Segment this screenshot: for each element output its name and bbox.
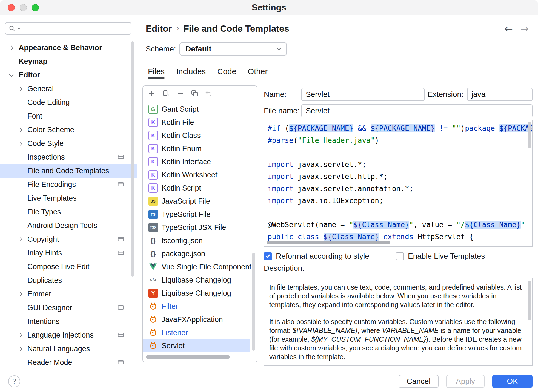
tab-code[interactable]: Code [217,65,236,78]
template-item-kotlin-class[interactable]: KKotlin Class [143,129,257,142]
zoom-button[interactable] [32,4,39,11]
sidebar-item-android-design-tools[interactable]: Android Design Tools [0,219,137,232]
sidebar-scrollbar-thumb[interactable] [131,41,134,277]
chevron-right-icon[interactable] [18,292,22,296]
template-item-kotlin-file[interactable]: KKotlin File [143,116,257,129]
chevron-right-icon[interactable] [18,128,22,132]
template-item-vue-single-file-component[interactable]: Vue Single File Component [143,260,257,273]
template-item-kotlin-interface[interactable]: KKotlin Interface [143,155,257,168]
close-button[interactable] [8,4,15,11]
sidebar-item-general[interactable]: General [0,82,137,96]
scheme-dropdown[interactable]: Default [179,42,287,56]
file-name-input[interactable] [301,104,533,117]
template-list-hscrollbar[interactable] [146,355,230,359]
sidebar-item-duplicates[interactable]: Duplicates [0,273,137,287]
sidebar-item-gui-designer[interactable]: GUI Designer [0,301,137,315]
template-item-typescript-jsx-file[interactable]: TSXTypeScript JSX File [143,221,257,234]
sidebar-item-compose-live-edit[interactable]: Compose Live Edit [0,260,137,273]
tsx-icon: TSX [148,223,158,232]
template-item-gant-script[interactable]: GGant Script [143,103,257,116]
sidebar-item-code-style[interactable]: Code Style [0,137,137,150]
breadcrumb-editor[interactable]: Editor [146,24,172,34]
sidebar-item-color-scheme[interactable]: Color Scheme [0,123,137,137]
template-item-filter[interactable]: Filter [143,300,257,313]
description-panel: In file templates, you can use text, cod… [264,278,533,366]
sidebar-item-inlay-hints[interactable]: Inlay Hints [0,246,137,260]
chevron-right-icon[interactable] [18,333,22,337]
sidebar-item-live-templates[interactable]: Live Templates [0,191,137,205]
template-item-kotlin-worksheet[interactable]: KKotlin Worksheet [143,168,257,181]
help-icon: ? [12,377,16,385]
sidebar-item-label: Emmet [27,290,51,298]
chevron-slot [16,126,24,133]
code-line: import javax.servlet.annotation.*; [268,183,532,195]
sidebar-item-inspections[interactable]: Inspections [0,150,137,164]
copy-template-button[interactable] [161,88,171,98]
chevron-right-icon[interactable] [9,45,13,50]
sidebar-item-copyright[interactable]: Copyright [0,232,137,246]
add-template-button[interactable] [147,88,157,98]
chevron-right-icon[interactable] [18,347,22,351]
checkbox-checked-icon[interactable] [264,252,272,260]
duplicate-template-button[interactable] [190,88,199,98]
description-scrollbar-thumb[interactable] [528,281,531,320]
sidebar-item-label: Appearance & Behavior [19,44,102,52]
help-button[interactable]: ? [8,375,20,387]
sidebar-item-keymap[interactable]: Keymap [0,54,137,68]
template-list-vscrollbar[interactable] [252,253,255,351]
remove-template-button[interactable] [175,88,185,98]
chevron-right-icon[interactable] [18,141,22,146]
option-reformat-according-to-style[interactable]: Reformat according to style [264,252,369,261]
template-item-typescript-file[interactable]: TSTypeScript File [143,208,257,221]
sidebar-item-font[interactable]: Font [0,109,137,123]
tab-other[interactable]: Other [248,65,268,78]
code-lines: #if (${PACKAGE_NAME} && ${PACKAGE_NAME} … [264,120,532,243]
template-item-liquibase-changelog[interactable]: </>Liquibase Changelog [143,273,257,287]
template-item-tsconfig-json[interactable]: {}tsconfig.json [143,234,257,247]
ok-button[interactable]: OK [492,375,533,388]
chevron-down-icon[interactable] [9,72,13,77]
name-input[interactable] [301,88,425,101]
back-arrow-icon[interactable]: ← [505,23,513,34]
sidebar-item-appearance-behavior[interactable]: Appearance & Behavior [0,41,137,54]
option-enable-live-templates[interactable]: Enable Live Templates [396,252,485,261]
sidebar-item-language-injections[interactable]: Language Injections [0,328,137,342]
template-item-javascript-file[interactable]: JSJavaScript File [143,195,257,208]
editor-hscrollbar-thumb[interactable] [267,241,390,244]
template-item-kotlin-script[interactable]: KKotlin Script [143,181,257,195]
tab-includes[interactable]: Includes [176,65,206,78]
chevron-right-icon[interactable] [18,237,22,241]
template-item-package-json[interactable]: {}package.json [143,247,257,260]
chevron-right-icon[interactable] [18,87,22,91]
extension-input[interactable] [467,88,533,101]
template-code-editor[interactable]: #if (${PACKAGE_NAME} && ${PACKAGE_NAME} … [264,120,533,247]
sidebar-item-emmet[interactable]: Emmet [0,287,137,301]
search-field[interactable] [5,22,131,35]
sidebar-item-file-types[interactable]: File Types [0,205,137,219]
template-item-liquibase-changelog[interactable]: YLiquibase Changelog [143,287,257,300]
scope-indicator-icon [118,182,124,187]
description-paragraph: It is also possible to specify custom va… [269,317,524,361]
sidebar-item-file-encodings[interactable]: File Encodings [0,178,137,191]
sidebar-item-label: Keymap [19,57,47,66]
template-item-servlet[interactable]: Servlet [143,339,250,352]
sidebar-item-label: File and Code Templates [27,167,109,175]
tomcat-icon [148,341,158,350]
sidebar-item-editor[interactable]: Editor [0,68,137,82]
sidebar-item-code-editing[interactable]: Code Editing [0,96,137,109]
template-item-kotlin-enum[interactable]: KKotlin Enum [143,142,257,155]
template-item-listener[interactable]: Listener [143,326,257,339]
tab-files[interactable]: Files [148,65,165,78]
sidebar-item-file-and-code-templates[interactable]: File and Code Templates [0,164,137,178]
template-item-javafxapplication[interactable]: JavaFXApplication [143,313,257,326]
sidebar-item-reader-mode[interactable]: Reader Mode [0,356,137,369]
sidebar-item-natural-languages[interactable]: Natural Languages [0,342,137,356]
settings-search-input[interactable] [22,24,128,33]
checkbox-unchecked-icon[interactable] [396,252,404,260]
forward-arrow-icon[interactable]: → [520,23,529,34]
cancel-button[interactable]: Cancel [399,375,439,388]
sidebar-scrollbar[interactable] [131,41,134,277]
search-history-chevron-icon[interactable] [17,27,21,30]
editor-vscrollbar-thumb[interactable] [528,122,531,148]
sidebar-item-intentions[interactable]: Intentions [0,315,137,328]
